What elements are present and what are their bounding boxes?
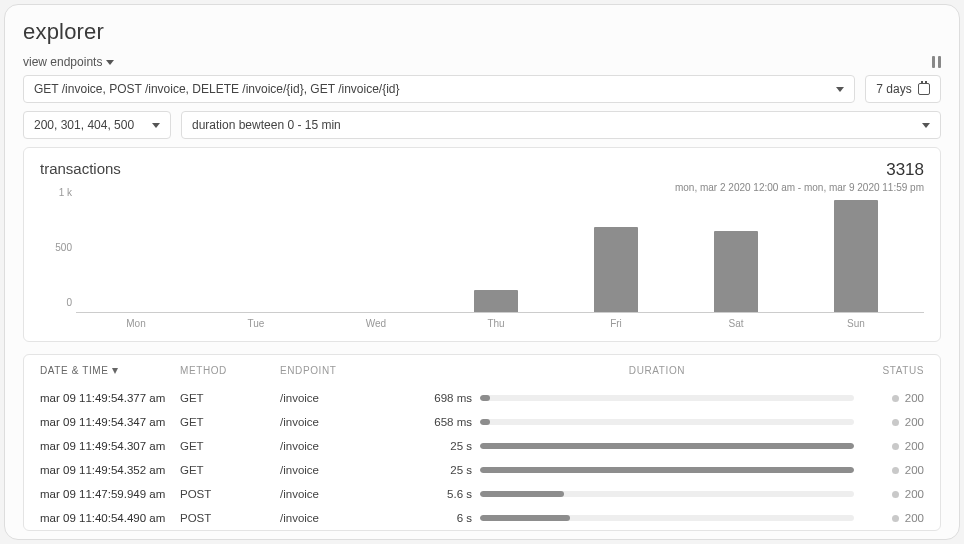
table-header: DATE & TIME METHOD ENDPOINT DURATION STA… (40, 365, 924, 386)
cell-method: POST (180, 512, 270, 524)
table-row[interactable]: mar 09 11:49:54.347 amGET/invoice658 ms2… (40, 410, 924, 434)
chart-title: transactions (40, 160, 121, 177)
status-dot-icon (892, 395, 899, 402)
col-header-datetime[interactable]: DATE & TIME (40, 365, 170, 376)
chart-bar[interactable] (834, 200, 878, 312)
x-tick-label: Tue (248, 318, 265, 329)
chart-body: 1 k5000 MonTueWedThuFriSatSun (40, 203, 924, 333)
top-row: view endpoints (23, 55, 941, 69)
duration-bar-fill (480, 467, 854, 473)
chevron-down-icon (106, 60, 114, 65)
col-header-duration[interactable]: DURATION (420, 365, 854, 376)
table-row[interactable]: mar 09 11:47:59.949 amPOST/invoice5.6 s2… (40, 482, 924, 506)
status-dot-icon (892, 491, 899, 498)
duration-label: 25 s (420, 464, 472, 476)
x-tick-label: Wed (366, 318, 386, 329)
cell-duration: 5.6 s (420, 488, 854, 500)
calendar-icon (918, 83, 930, 95)
status-code: 200 (905, 512, 924, 524)
duration-bar-track (480, 395, 854, 401)
duration-label: 6 s (420, 512, 472, 524)
date-range-label: 7 days (876, 82, 911, 96)
chart-y-axis: 1 k5000 (40, 203, 76, 313)
status-code-select[interactable]: 200, 301, 404, 500 (23, 111, 171, 139)
x-tick-label: Sun (847, 318, 865, 329)
cell-status: 200 (864, 416, 924, 428)
duration-bar-fill (480, 419, 490, 425)
duration-label: 25 s (420, 440, 472, 452)
table-row[interactable]: mar 09 11:49:54.377 amGET/invoice698 ms2… (40, 386, 924, 410)
status-dot-icon (892, 515, 899, 522)
cell-status: 200 (864, 512, 924, 524)
chart-plot-area[interactable]: MonTueWedThuFriSatSun (76, 203, 924, 313)
cell-method: GET (180, 440, 270, 452)
cell-endpoint: /invoice (280, 512, 410, 524)
duration-bar-track (480, 491, 854, 497)
date-range-select[interactable]: 7 days (865, 75, 941, 103)
cell-datetime: mar 09 11:49:54.307 am (40, 440, 170, 452)
pause-icon[interactable] (932, 56, 941, 68)
chart-bar[interactable] (714, 231, 758, 312)
duration-select-value: duration bewteen 0 - 15 min (192, 118, 341, 132)
duration-bar-track (480, 515, 854, 521)
duration-label: 698 ms (420, 392, 472, 404)
cell-duration: 6 s (420, 512, 854, 524)
endpoints-select[interactable]: GET /invoice, POST /invoice, DELETE /inv… (23, 75, 855, 103)
chevron-down-icon (836, 87, 844, 92)
status-dot-icon (892, 443, 899, 450)
col-header-method[interactable]: METHOD (180, 365, 270, 376)
duration-select[interactable]: duration bewteen 0 - 15 min (181, 111, 941, 139)
status-code-value: 200, 301, 404, 500 (34, 118, 134, 132)
duration-bar-track (480, 443, 854, 449)
page-title: explorer (23, 19, 941, 45)
filter-row-1: GET /invoice, POST /invoice, DELETE /inv… (23, 75, 941, 103)
transactions-chart-card: transactions 3318 mon, mar 2 2020 12:00 … (23, 147, 941, 342)
cell-endpoint: /invoice (280, 392, 410, 404)
status-code: 200 (905, 464, 924, 476)
col-header-status[interactable]: STATUS (864, 365, 924, 376)
duration-bar-track (480, 467, 854, 473)
y-tick-label: 0 (66, 297, 72, 308)
col-header-endpoint[interactable]: ENDPOINT (280, 365, 410, 376)
duration-bar-fill (480, 491, 564, 497)
cell-endpoint: /invoice (280, 416, 410, 428)
cell-datetime: mar 09 11:40:54.490 am (40, 512, 170, 524)
cell-status: 200 (864, 488, 924, 500)
cell-method: POST (180, 488, 270, 500)
cell-duration: 25 s (420, 464, 854, 476)
transactions-table: DATE & TIME METHOD ENDPOINT DURATION STA… (23, 354, 941, 531)
cell-method: GET (180, 464, 270, 476)
duration-label: 5.6 s (420, 488, 472, 500)
cell-duration: 658 ms (420, 416, 854, 428)
x-tick-label: Fri (610, 318, 622, 329)
col-header-datetime-label: DATE & TIME (40, 365, 108, 376)
status-code: 200 (905, 416, 924, 428)
chevron-down-icon (922, 123, 930, 128)
duration-bar-fill (480, 515, 570, 521)
cell-datetime: mar 09 11:49:54.352 am (40, 464, 170, 476)
x-tick-label: Mon (126, 318, 145, 329)
chart-bar[interactable] (474, 290, 518, 312)
duration-bar-track (480, 419, 854, 425)
cell-method: GET (180, 416, 270, 428)
chart-bar[interactable] (594, 227, 638, 312)
sort-desc-icon (112, 368, 118, 374)
duration-label: 658 ms (420, 416, 472, 428)
chevron-down-icon (152, 123, 160, 128)
cell-duration: 25 s (420, 440, 854, 452)
duration-bar-fill (480, 395, 490, 401)
cell-endpoint: /invoice (280, 440, 410, 452)
x-tick-label: Thu (487, 318, 504, 329)
status-code: 200 (905, 392, 924, 404)
status-dot-icon (892, 419, 899, 426)
duration-bar-fill (480, 443, 854, 449)
cell-datetime: mar 09 11:49:54.347 am (40, 416, 170, 428)
app-frame: explorer view endpoints GET /invoice, PO… (4, 4, 960, 540)
table-row[interactable]: mar 09 11:49:54.352 amGET/invoice25 s200 (40, 458, 924, 482)
table-row[interactable]: mar 09 11:40:54.490 amPOST/invoice6 s200 (40, 506, 924, 530)
y-tick-label: 1 k (59, 187, 72, 198)
view-endpoints-dropdown[interactable]: view endpoints (23, 55, 114, 69)
table-row[interactable]: mar 09 11:49:54.307 amGET/invoice25 s200 (40, 434, 924, 458)
cell-datetime: mar 09 11:47:59.949 am (40, 488, 170, 500)
cell-endpoint: /invoice (280, 464, 410, 476)
